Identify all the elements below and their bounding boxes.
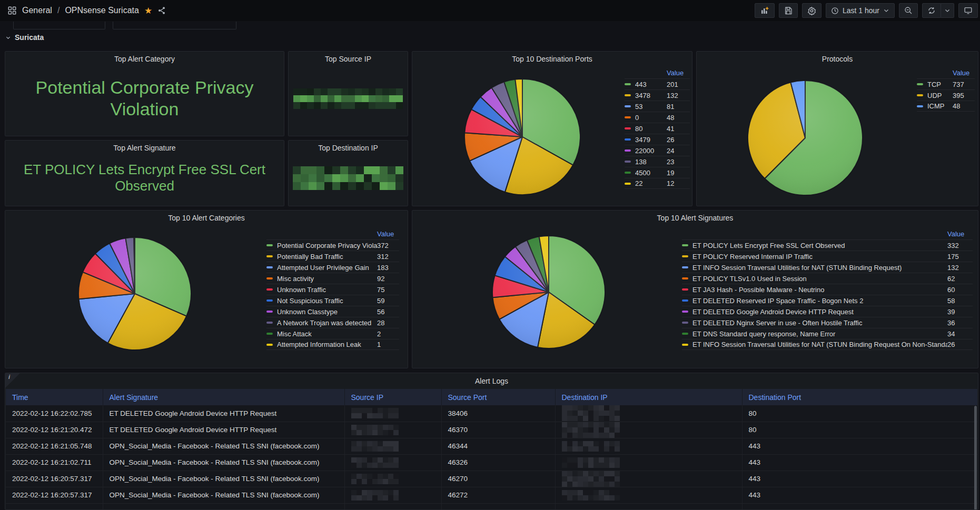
gear-icon xyxy=(807,6,816,15)
column-header[interactable]: Destination Port xyxy=(742,389,977,405)
pie-chart-protocols[interactable] xyxy=(746,79,864,197)
legend-item[interactable]: 450019 xyxy=(625,167,690,178)
cell-time: 2022-02-12 16:21:05.748 xyxy=(6,438,103,454)
cell-destination-port: 443 xyxy=(742,438,977,454)
monitor-icon xyxy=(964,6,973,15)
add-panel-button[interactable] xyxy=(755,3,775,18)
pie-chart-alert-categories[interactable] xyxy=(77,236,193,352)
legend-item[interactable]: A Network Trojan was detected28 xyxy=(266,317,399,328)
pie-chart-destination-ports[interactable] xyxy=(463,77,582,196)
legend-item[interactable]: 8041 xyxy=(625,123,690,134)
legend-swatch xyxy=(625,105,631,107)
legend-value: 81 xyxy=(667,103,690,111)
legend-item[interactable]: Misc activity92 xyxy=(266,273,399,284)
breadcrumb-dashboard-title[interactable]: OPNsense Suricata xyxy=(65,6,139,15)
template-variable-dropdown[interactable] xyxy=(13,22,105,29)
column-header[interactable]: Destination IP xyxy=(555,389,742,405)
column-header[interactable]: Alert Signature xyxy=(103,389,344,405)
legend-item[interactable]: Attempted User Privilege Gain183 xyxy=(266,262,399,273)
legend-value: 48 xyxy=(667,114,690,122)
legend-label: ET DELETED Nginx Server in use - Often H… xyxy=(692,319,947,327)
save-dashboard-button[interactable] xyxy=(779,3,798,18)
legend-label: 22000 xyxy=(635,147,667,155)
legend-item[interactable]: Unknown Traffic75 xyxy=(266,284,399,295)
panel-top10-destination-ports: Top 10 Destination Ports Value4432013478… xyxy=(412,51,692,206)
legend-item[interactable]: ET DELETED Nginx Server in use - Often H… xyxy=(682,317,973,328)
panel-title[interactable]: Protocols xyxy=(697,52,978,66)
legend-item[interactable]: Unknown Classtype56 xyxy=(266,306,399,317)
legend-item[interactable]: ET INFO Session Traversal Utilities for … xyxy=(682,339,973,350)
dashboard-settings-button[interactable] xyxy=(802,3,821,18)
legend-item[interactable]: ET DELETED Google Android Device HTTP Re… xyxy=(682,306,973,317)
panel-title[interactable]: Top Alert Category xyxy=(5,52,284,66)
panel-title[interactable]: Top 10 Alert Categories xyxy=(5,211,408,225)
refresh-button[interactable] xyxy=(922,3,941,18)
breadcrumb-section[interactable]: General xyxy=(22,6,52,15)
legend-swatch xyxy=(682,244,688,246)
legend-item[interactable]: Attempted Information Leak1 xyxy=(266,339,399,350)
legend-item[interactable]: 5381 xyxy=(625,101,690,112)
legend-swatch xyxy=(266,322,273,324)
legend-item[interactable]: ET POLICY TLSv1.0 Used in Session62 xyxy=(682,273,973,284)
time-range-picker[interactable]: Last 1 hour xyxy=(826,3,895,18)
legend-item[interactable]: 2200024 xyxy=(625,145,690,156)
legend-item[interactable]: 048 xyxy=(625,112,690,123)
favorite-star-icon[interactable]: ★ xyxy=(144,5,152,16)
table-row: 2022-02-12 16:20:57.317OPN_Social_Media … xyxy=(6,471,977,487)
legend-item[interactable]: 13823 xyxy=(625,156,690,167)
legend-item[interactable]: Potential Corporate Privacy Violation372 xyxy=(266,239,399,251)
panel-top10-alert-categories: Top 10 Alert Categories ValuePotential C… xyxy=(5,210,408,368)
legend-item[interactable]: 2212 xyxy=(625,178,690,189)
legend-item[interactable]: ET POLICY Reserved Internal IP Traffic17… xyxy=(682,251,973,262)
pie-chart-alert-signatures[interactable] xyxy=(491,234,607,350)
share-icon[interactable] xyxy=(157,6,166,15)
cell-empty xyxy=(344,503,441,509)
legend-item[interactable]: ET POLICY Lets Encrypt Free SSL Cert Obs… xyxy=(682,239,973,251)
table-row: 2022-02-12 16:21:20.472ET DELETED Google… xyxy=(6,422,977,438)
legend-item[interactable]: 3478132 xyxy=(625,89,690,101)
legend-item[interactable]: ET DNS Standard query response, Name Err… xyxy=(682,328,973,339)
column-header[interactable]: Source IP xyxy=(344,389,441,405)
pie-legend: Value44320134781325381048804134792622000… xyxy=(625,67,690,189)
legend-item[interactable]: UDP395 xyxy=(917,89,975,101)
redacted-block xyxy=(351,408,435,418)
cell-destination-port: 80 xyxy=(742,405,977,422)
panel-title[interactable]: Top 10 Destination Ports xyxy=(412,52,692,66)
legend-item[interactable]: ET DELETED Reserved IP Space Traffic - B… xyxy=(682,295,973,306)
legend-item[interactable]: Not Suspicious Traffic59 xyxy=(266,295,399,306)
panel-title[interactable]: Top Destination IP xyxy=(289,141,408,155)
panel-title[interactable]: Top Source IP xyxy=(289,52,408,66)
legend-value: 48 xyxy=(953,102,975,110)
legend-swatch xyxy=(625,161,631,163)
legend-swatch xyxy=(625,138,631,141)
legend-item[interactable]: ET INFO Session Traversal Utilities for … xyxy=(682,262,973,273)
template-variable-dropdown[interactable] xyxy=(113,22,236,29)
legend-item[interactable]: ICMP48 xyxy=(917,101,975,112)
legend-item[interactable]: 347926 xyxy=(625,134,690,145)
zoom-out-button[interactable] xyxy=(899,3,918,18)
column-header[interactable]: Time xyxy=(6,389,103,405)
apps-grid-icon[interactable] xyxy=(7,6,17,15)
legend-item[interactable]: ET JA3 Hash - Possible Malware - Neutrin… xyxy=(682,284,973,295)
column-header[interactable]: Source Port xyxy=(441,389,555,405)
legend-item[interactable]: Potentially Bad Traffic312 xyxy=(266,251,399,262)
table-scrollbar[interactable] xyxy=(974,406,977,510)
refresh-interval-dropdown[interactable] xyxy=(941,3,954,18)
legend-label: ET POLICY Lets Encrypt Free SSL Cert Obs… xyxy=(692,242,947,249)
redacted-block xyxy=(562,457,736,468)
kiosk-tv-button[interactable] xyxy=(958,3,978,18)
panel-title[interactable]: Top 10 Alert Signatures xyxy=(412,211,978,225)
panel-title[interactable]: Top Alert Signature xyxy=(5,141,284,155)
row-toggle-suricata[interactable]: Suricata xyxy=(5,31,44,44)
legend-swatch xyxy=(625,83,631,85)
panel-title[interactable]: Alert Logs xyxy=(5,373,978,389)
cell-destination-ip-redacted xyxy=(555,471,742,487)
legend-item[interactable]: Misc Attack2 xyxy=(266,328,399,339)
save-icon xyxy=(784,6,793,15)
legend-swatch xyxy=(266,299,273,302)
legend-item[interactable]: TCP737 xyxy=(917,78,975,89)
cell-destination-ip-redacted xyxy=(555,405,742,422)
legend-label: Potentially Bad Traffic xyxy=(277,253,377,261)
legend-item[interactable]: 443201 xyxy=(625,78,690,89)
legend-label: ET INFO Session Traversal Utilities for … xyxy=(692,341,947,348)
